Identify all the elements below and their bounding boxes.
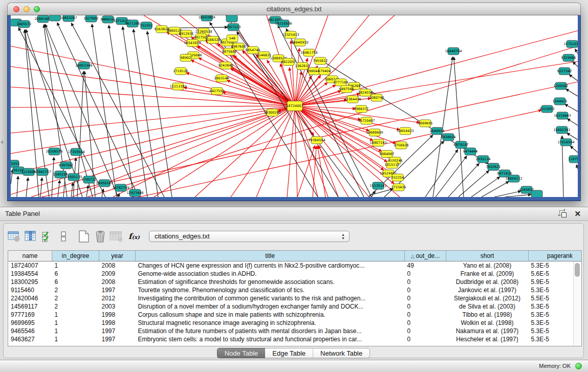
graph-node-yellow[interactable]: 9777169 bbox=[334, 79, 349, 86]
graph-node-yellow[interactable]: 9146821 bbox=[257, 52, 272, 59]
table-settings-button[interactable] bbox=[7, 229, 22, 244]
graph-node-teal[interactable]: 1244415 bbox=[553, 98, 568, 105]
table-row[interactable]: 977716911998Corpus callosum shape and si… bbox=[8, 311, 582, 319]
graph-node-yellow[interactable]: 679404 bbox=[318, 68, 331, 75]
graph-node-yellow[interactable]: 98902 bbox=[180, 54, 191, 61]
graph-node-teal[interactable]: 835051 bbox=[11, 160, 19, 167]
graph-node-yellow[interactable]: 2803144 bbox=[214, 75, 229, 82]
column-header-in_degree[interactable]: in_degree bbox=[52, 251, 99, 261]
graph-node-teal[interactable]: 1209382 bbox=[554, 82, 569, 90]
graph-node-yellow[interactable]: 9984067 bbox=[380, 150, 395, 158]
graph-node-yellow[interactable]: 7986372 bbox=[354, 105, 369, 113]
column-header-title[interactable]: title bbox=[136, 251, 405, 261]
graph-node-yellow[interactable]: 3824554 bbox=[358, 89, 373, 96]
graph-node-teal[interactable]: 9397587 bbox=[59, 162, 74, 169]
column-header-out_de[interactable]: △out_de... bbox=[405, 251, 446, 261]
select-columns-button[interactable] bbox=[23, 229, 38, 244]
graph-node-yellow[interactable]: 1733426 bbox=[391, 184, 406, 191]
graph-node-yellow[interactable]: 19654923 bbox=[397, 127, 413, 135]
graph-node-yellow[interactable]: 6822057 bbox=[281, 58, 296, 65]
graph-node-teal[interactable] bbox=[531, 190, 542, 197]
table-row[interactable]: 969969511998Structural magnetic resonanc… bbox=[8, 319, 582, 327]
graph-node-teal[interactable]: 751552 bbox=[140, 22, 153, 29]
graph-node-teal[interactable]: 15692391 bbox=[553, 126, 570, 134]
graph-node-yellow[interactable]: 1080748 bbox=[369, 94, 384, 101]
graph-node-teal[interactable]: 16033809 bbox=[198, 15, 215, 21]
close-panel-icon[interactable]: ✕ bbox=[574, 209, 581, 219]
graph-node-teal[interactable]: 118753 bbox=[569, 156, 578, 163]
graph-node-teal[interactable]: 7632621 bbox=[486, 163, 501, 170]
minimize-window-button[interactable] bbox=[24, 6, 30, 12]
zoom-window-button[interactable] bbox=[34, 6, 40, 12]
graph-node-teal[interactable]: 1640954 bbox=[430, 127, 445, 135]
graph-node-teal[interactable]: 12923446 bbox=[126, 189, 143, 196]
graph-node-teal[interactable]: 7857223 bbox=[226, 24, 241, 31]
tab-node-table[interactable]: Node Table bbox=[217, 348, 266, 358]
graph-node-teal[interactable]: 16210643 bbox=[554, 112, 571, 119]
network-window-titlebar[interactable]: citations_edges.txt bbox=[7, 3, 581, 15]
import-table-button[interactable] bbox=[109, 229, 124, 244]
graph-node-teal[interactable]: 9474444 bbox=[463, 148, 478, 155]
graph-node-yellow[interactable]: 21364436 bbox=[344, 96, 361, 103]
graph-node-yellow[interactable]: 10688609 bbox=[366, 129, 383, 136]
table-row[interactable]: 946554611997Estimation of the future num… bbox=[8, 327, 582, 335]
network-canvas[interactable]: 1405572208914061065328715276028466161107… bbox=[11, 15, 578, 197]
tab-network-table[interactable]: Network Table bbox=[313, 348, 370, 358]
graph-node-yellow[interactable]: 9756928 bbox=[394, 142, 409, 149]
graph-node-yellow[interactable]: 1815112 bbox=[385, 161, 400, 168]
graph-node-teal[interactable]: 9227342 bbox=[557, 68, 572, 75]
table-row[interactable]: 1456911722003Disruption of a novel membe… bbox=[8, 302, 582, 311]
table-row[interactable]: 911546021997Tourette syndrome. Phenomeno… bbox=[8, 286, 582, 294]
graph-node-yellow[interactable]: 8912935 bbox=[179, 30, 194, 37]
graph-node-yellow[interactable]: 18640910 bbox=[291, 39, 308, 46]
graph-node-teal[interactable]: 1527602 bbox=[84, 15, 99, 22]
column-header-pagerank[interactable]: pagerank bbox=[529, 251, 582, 261]
graph-node-teal[interactable]: 8938924 bbox=[441, 134, 456, 141]
graph-node-yellow[interactable]: 8854749 bbox=[246, 47, 260, 54]
float-panel-icon[interactable] bbox=[559, 210, 567, 217]
graph-node-teal[interactable]: 10653287 bbox=[60, 15, 77, 21]
graph-node-yellow[interactable]: 252254 bbox=[391, 174, 404, 181]
function-builder-button[interactable]: f(x) bbox=[128, 232, 140, 241]
graph-node-yellow[interactable]: 7955812 bbox=[313, 57, 328, 64]
graph-node-teal[interactable]: 1405572 bbox=[17, 20, 32, 28]
graph-node-teal[interactable]: 20206576 bbox=[46, 148, 62, 155]
graph-node-teal[interactable]: 17016504 bbox=[557, 139, 574, 146]
graph-node-yellow[interactable]: 12325413 bbox=[282, 31, 299, 38]
graph-node-yellow[interactable]: 8427552 bbox=[210, 87, 225, 95]
citation-network-graph[interactable]: 1405572208914061065328715276028466161107… bbox=[11, 15, 578, 197]
graph-node-teal[interactable]: 9329966 bbox=[561, 54, 576, 61]
panel-collapse-grip[interactable] bbox=[1, 140, 3, 144]
select-all-button[interactable] bbox=[39, 229, 55, 244]
column-header-short[interactable]: short bbox=[446, 251, 529, 261]
table-row[interactable]: 946362711997Embryonic stem cells: a mode… bbox=[8, 335, 582, 343]
graph-node-yellow[interactable]: 9875685 bbox=[222, 48, 237, 55]
graph-node-teal[interactable]: 8215953 bbox=[540, 105, 555, 113]
unselect-all-button[interactable] bbox=[56, 229, 71, 244]
graph-node-yellow[interactable]: 18724007 bbox=[286, 101, 303, 111]
table-row[interactable]: 2242004622012Investigating the contribut… bbox=[8, 294, 582, 302]
table-row[interactable]: 1830029562008Estimation of significance … bbox=[8, 278, 582, 286]
graph-node-teal[interactable]: 1795722 bbox=[82, 176, 97, 183]
graph-node-yellow[interactable]: 1362615 bbox=[295, 62, 310, 70]
graph-node-teal[interactable]: 16648784 bbox=[445, 48, 462, 55]
graph-node-yellow[interactable]: 9242848 bbox=[219, 62, 233, 69]
graph-node-yellow[interactable]: 9899695 bbox=[418, 120, 433, 127]
column-header-name[interactable]: name bbox=[8, 251, 52, 261]
scrollbar-thumb[interactable] bbox=[575, 263, 580, 277]
graph-node-teal[interactable] bbox=[49, 15, 60, 21]
graph-node-yellow[interactable]: 546 bbox=[227, 35, 238, 42]
close-window-button[interactable] bbox=[13, 6, 19, 12]
graph-node-teal[interactable]: 19958167 bbox=[96, 180, 113, 187]
table-row[interactable]: 1872400712008Changes of HCN gene express… bbox=[8, 261, 582, 270]
table-selector-dropdown[interactable]: citations_edges.txt ▲▼ bbox=[149, 231, 350, 242]
graph-node-teal[interactable] bbox=[226, 15, 237, 22]
graph-node-yellow[interactable]: 6497568 bbox=[339, 85, 354, 93]
graph-node-teal[interactable]: 6879197 bbox=[454, 141, 469, 148]
tab-edge-table[interactable]: Edge Table bbox=[265, 348, 313, 358]
table-vertical-scrollbar[interactable] bbox=[573, 261, 581, 346]
graph-node-teal[interactable]: 15751074 bbox=[563, 40, 578, 48]
graph-node-yellow[interactable]: 2718126 bbox=[173, 68, 188, 75]
graph-node-yellow[interactable]: 8186328 bbox=[206, 36, 221, 43]
table-row[interactable]: 1938455462009Genome-wide association stu… bbox=[8, 270, 582, 278]
